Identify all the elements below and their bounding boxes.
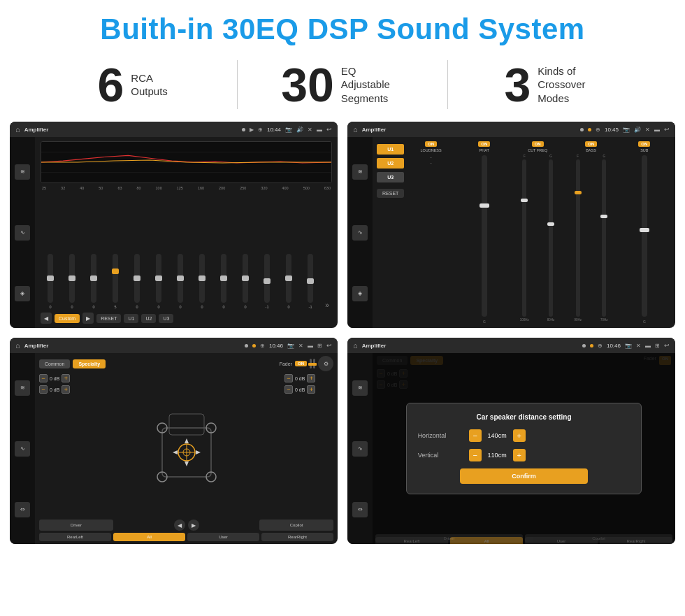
eq-expand-btn[interactable]: » [322, 301, 332, 309]
dsp-vol-icon[interactable]: ◈ [352, 286, 368, 301]
speaker-tab-common[interactable]: Common [39, 359, 70, 368]
eq-thumb-11[interactable] [264, 278, 271, 284]
eq-track-4[interactable] [113, 254, 118, 303]
eq-track-10[interactable] [243, 254, 248, 303]
eq-u3-btn[interactable]: U3 [159, 314, 173, 323]
eq-track-3[interactable] [91, 254, 96, 303]
eq-thumb-7[interactable] [177, 275, 184, 281]
dsp-reset-btn[interactable]: RESET [377, 189, 404, 198]
fader-on-badge[interactable]: ON [295, 361, 307, 366]
dsp-u2-tab[interactable]: U2 [377, 158, 404, 169]
copilot-btn[interactable]: Copilot [259, 520, 333, 531]
dsp-u3-tab[interactable]: U3 [377, 172, 404, 182]
left-arrow-btn[interactable]: ◀ [174, 520, 185, 531]
bass-g-thumb[interactable] [600, 215, 607, 218]
eq-vol-icon[interactable]: ◈ [15, 286, 30, 301]
eq-track-13[interactable] [308, 254, 313, 303]
eq-next-btn[interactable]: ▶ [82, 313, 94, 324]
close-icon-1[interactable]: ✕ [308, 127, 312, 133]
bass-f-thumb[interactable] [575, 191, 582, 194]
eq-track-9[interactable] [221, 254, 226, 303]
right-arrow-btn[interactable]: ▶ [188, 520, 199, 531]
window-icon-4[interactable]: ⊞ [655, 343, 660, 349]
eq-thumb-8[interactable] [199, 275, 206, 281]
window-icon-2[interactable]: ▬ [654, 127, 660, 133]
eq-track-2[interactable] [69, 254, 75, 303]
eq-thumb-4[interactable] [112, 268, 119, 274]
speaker-settings-icon[interactable]: ⚙ [318, 356, 333, 371]
level-plus-1[interactable]: + [62, 374, 70, 382]
close-icon-4[interactable]: ▬ [645, 343, 651, 349]
eq-thumb-6[interactable] [155, 275, 162, 281]
dsp-bass-on[interactable]: ON [585, 141, 597, 147]
level-plus-3[interactable]: + [307, 374, 315, 382]
eq-thumb-9[interactable] [220, 275, 227, 281]
confirm-button[interactable]: Confirm [460, 468, 587, 484]
eq-track-5[interactable] [134, 254, 140, 303]
eq-track-11[interactable] [264, 254, 270, 303]
eq-thumb-10[interactable] [242, 275, 249, 281]
dsp-loudness-on[interactable]: ON [425, 141, 437, 147]
level-minus-3[interactable]: − [284, 374, 293, 382]
all-btn[interactable]: All [113, 533, 185, 541]
level-minus-4[interactable]: − [284, 385, 293, 394]
vertical-plus-btn[interactable]: + [513, 449, 526, 461]
rearleft-btn[interactable]: RearLeft [39, 533, 111, 541]
vertical-minus-btn[interactable]: − [469, 449, 482, 461]
eq-thumb-1[interactable] [47, 275, 54, 281]
cutfreq-g-thumb[interactable] [547, 222, 554, 226]
eq-track-8[interactable] [199, 254, 205, 303]
phat-slider-thumb[interactable] [480, 203, 489, 208]
dsp-eq-icon[interactable]: ≋ [352, 164, 368, 180]
back-icon-1[interactable]: ↩ [326, 126, 332, 133]
eq-u2-btn[interactable]: U2 [141, 314, 156, 323]
level-minus-1[interactable]: − [39, 374, 48, 382]
level-plus-4[interactable]: + [307, 385, 315, 394]
home-icon-4[interactable]: ⌂ [353, 341, 358, 350]
window-icon-1[interactable]: ▬ [317, 127, 322, 133]
dsp-cutfreq-on[interactable]: ON [532, 141, 544, 147]
fader-slider-2-thumb[interactable] [312, 363, 317, 366]
eq-thumb-5[interactable] [134, 275, 140, 281]
close-icon-3[interactable]: ▬ [308, 343, 313, 349]
dsp-wave-icon[interactable]: ∿ [352, 225, 368, 241]
back-icon-4[interactable]: ↩ [664, 342, 670, 349]
eq-u1-btn[interactable]: U1 [124, 314, 138, 323]
home-icon-3[interactable]: ⌂ [15, 341, 20, 350]
eq-thumb-12[interactable] [285, 275, 292, 281]
back-icon-2[interactable]: ↩ [664, 126, 670, 133]
dsp-u1-tab[interactable]: U1 [377, 144, 404, 155]
dist-arrows-icon[interactable]: ⇔ [352, 502, 368, 517]
eq-track-7[interactable] [178, 254, 183, 303]
level-minus-2[interactable]: − [39, 385, 48, 394]
rearright-btn[interactable]: RearRight [261, 533, 333, 541]
spk-eq-icon[interactable]: ≋ [15, 380, 30, 396]
back-icon-3[interactable]: ↩ [326, 342, 332, 349]
dsp-sub-on[interactable]: ON [638, 141, 650, 147]
close-icon-2[interactable]: ✕ [645, 127, 650, 133]
user-btn[interactable]: User [187, 533, 259, 541]
speaker-tab-specialty[interactable]: Specialty [73, 359, 106, 368]
spk-arrows-icon[interactable]: ⇔ [15, 502, 30, 517]
level-plus-2[interactable]: + [62, 385, 70, 394]
window-icon-3[interactable]: ⊞ [317, 343, 322, 349]
eq-track-6[interactable] [156, 254, 161, 303]
horizontal-minus-btn[interactable]: − [469, 429, 482, 442]
eq-thumb-3[interactable] [90, 275, 97, 281]
dsp-phat-on[interactable]: ON [478, 141, 490, 147]
driver-btn[interactable]: Driver [39, 520, 113, 531]
cutfreq-f-thumb[interactable] [521, 199, 528, 202]
eq-track-12[interactable] [286, 254, 291, 303]
dist-wave-icon[interactable]: ∿ [352, 441, 368, 457]
horizontal-plus-btn[interactable]: + [513, 429, 526, 442]
eq-preset-custom[interactable]: Custom [55, 314, 80, 323]
eq-sliders-icon[interactable]: ≋ [15, 164, 30, 180]
home-icon-2[interactable]: ⌂ [353, 125, 358, 134]
eq-reset-btn[interactable]: RESET [96, 314, 121, 323]
home-icon-1[interactable]: ⌂ [15, 125, 20, 134]
eq-track-1[interactable] [48, 254, 53, 303]
eq-prev-btn[interactable]: ◀ [41, 313, 52, 324]
spk-wave-icon[interactable]: ∿ [15, 441, 30, 457]
eq-thumb-2[interactable] [68, 275, 75, 281]
sub-thumb[interactable] [640, 228, 649, 232]
